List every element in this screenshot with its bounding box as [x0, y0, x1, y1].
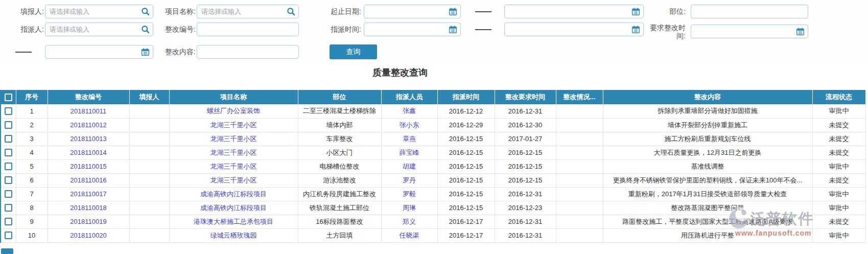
cell-content: 用压路机进行平整 [603, 228, 812, 242]
cell-status: 未提交 [812, 118, 865, 132]
code-link[interactable]: 2018110015 [70, 163, 106, 170]
row-checkbox[interactable] [5, 135, 12, 143]
reporter-input[interactable] [45, 5, 153, 18]
table-row: 102018110020绿城云栖玫瑰园土方回填任晓渠2016-12-172016… [1, 228, 865, 242]
cell-required-date: 2016-12-31 [495, 228, 556, 242]
location-input[interactable] [691, 5, 808, 18]
row-checkbox[interactable] [5, 176, 12, 184]
code-link[interactable]: 2018110016 [70, 176, 106, 184]
project-link[interactable]: 龙湖三千里小区 [210, 135, 257, 143]
search-icon[interactable] [141, 7, 150, 16]
rectification-table: 序号 整改编号 填报人 项目名称 部位 指派人员 指派时间 整改要求时间 整改情… [0, 90, 866, 243]
project-link[interactable]: 绿城云栖玫瑰园 [210, 232, 257, 239]
assignee-link[interactable]: 胡建 [403, 163, 416, 170]
assignee-link[interactable]: 张鑫 [403, 107, 416, 114]
table-row: 32018110013龙湖三千里小区车库整改章燕2016-12-152017-0… [1, 132, 865, 146]
assignee-link[interactable]: 张小东 [400, 121, 419, 129]
table-body: 12018110011螺丝厂办公室装饰二至三楼混凝土楼梯拆除张鑫2016-12-… [1, 104, 865, 242]
cell-assignee: 张小东 [381, 118, 437, 132]
project-link[interactable]: 龙湖三千里小区 [210, 121, 257, 129]
date-range-from-input[interactable] [364, 5, 461, 18]
calendar-icon[interactable] [631, 7, 640, 16]
table-row: 42018110014龙湖三千里小区小区大门薛宝峰2016-12-152016-… [1, 146, 865, 159]
row-checkbox[interactable] [5, 204, 12, 212]
row-checkbox[interactable] [5, 218, 12, 225]
assignee-link[interactable]: 章燕 [403, 135, 416, 143]
row-checkbox[interactable] [5, 232, 12, 239]
range-dash [475, 11, 491, 12]
calendar-icon[interactable] [631, 25, 640, 34]
cell-required-date: 2016-12-30 [495, 118, 556, 132]
col-content: 整改内容 [603, 90, 812, 104]
table-row: 82018110018成渝高铁内江标段项目铁轨混凝土施工部位周琳2016-12-… [1, 201, 865, 215]
col-required-date: 整改要求时间 [495, 90, 556, 104]
row-checkbox[interactable] [5, 149, 12, 156]
search-icon[interactable] [141, 25, 150, 34]
project-name-input[interactable] [197, 5, 299, 18]
code-link[interactable]: 2018110011 [71, 107, 106, 115]
search-button[interactable]: 查询 [330, 44, 377, 59]
rectify-content-input[interactable] [197, 45, 299, 59]
cell-reporter [129, 104, 169, 118]
cell-location: 电梯槽位整改 [298, 159, 381, 173]
assignee-link[interactable]: 薛宝峰 [400, 149, 419, 156]
assignee-link[interactable]: 周琳 [403, 204, 416, 212]
select-all-checkbox[interactable] [5, 94, 12, 101]
cell-project: 成渝高铁内江标段项目 [169, 201, 298, 215]
assignee-link[interactable]: 郑义 [403, 218, 416, 225]
cell-seq: 4 [16, 146, 48, 159]
cell-status: 未提交 [812, 146, 865, 159]
cell-project: 绿城云栖玫瑰园 [169, 228, 298, 242]
assign-time-from-input[interactable] [364, 22, 461, 36]
rectify-no-input[interactable] [197, 22, 299, 36]
project-link[interactable]: 龙湖三千里小区 [210, 149, 257, 156]
code-link[interactable]: 2018110013 [70, 135, 106, 143]
assignee-link[interactable]: 罗丹 [403, 176, 416, 184]
cell-assignee: 胡建 [381, 159, 437, 173]
partial-bottom-left-element[interactable] [1, 248, 13, 254]
date-range-to-input[interactable] [504, 5, 644, 18]
required-time-input[interactable] [691, 25, 808, 38]
row-checkbox[interactable] [5, 190, 12, 198]
col-assignee: 指派人员 [381, 90, 437, 104]
cell-location: 土方回填 [298, 228, 381, 242]
code-link[interactable]: 2018110014 [70, 149, 106, 156]
row-checkbox[interactable] [5, 121, 12, 129]
project-link[interactable]: 螺丝厂办公室装饰 [207, 107, 260, 114]
calendar-icon[interactable] [141, 48, 150, 56]
project-link[interactable]: 成渝高铁内江标段项目 [200, 190, 267, 198]
code-link[interactable]: 2018110020 [70, 232, 106, 239]
cell-situation [556, 132, 603, 146]
project-link[interactable]: 成渝高铁内江标段项目 [200, 204, 267, 212]
project-link[interactable]: 龙湖三千里小区 [210, 163, 257, 170]
assigner-input[interactable] [45, 22, 153, 36]
cell-seq: 3 [16, 132, 48, 146]
extra-date-input[interactable] [45, 45, 153, 59]
project-link[interactable]: 港珠澳大桥施工总承包项目 [194, 218, 273, 225]
col-seq: 序号 [16, 90, 48, 104]
code-link[interactable]: 2018110018 [70, 204, 106, 212]
assignee-link[interactable]: 任晓渠 [400, 232, 419, 239]
calendar-icon[interactable] [449, 25, 457, 34]
filter-form: 填报人: 项目名称: 起止日期: 部位: 指派人: 整改编号: 指派时间: [0, 0, 868, 65]
cell-assignee: 章燕 [381, 132, 437, 146]
calendar-icon[interactable] [449, 7, 457, 16]
code-link[interactable]: 2018110019 [70, 218, 106, 225]
row-checkbox[interactable] [5, 107, 12, 115]
code-link[interactable]: 2018110017 [70, 190, 106, 198]
cell-project: 港珠澳大桥施工总承包项目 [169, 215, 298, 228]
project-name-label: 项目名称: [151, 5, 196, 18]
code-link[interactable]: 2018110012 [70, 121, 106, 129]
row-select-cell [1, 132, 16, 146]
calendar-icon[interactable] [796, 27, 805, 36]
row-select-cell [1, 146, 16, 159]
cell-assign-date: 2016-12-15 [437, 159, 495, 173]
row-checkbox[interactable] [5, 163, 12, 170]
cell-project: 龙湖三千里小区 [169, 118, 298, 132]
assignee-link[interactable]: 罗毅 [403, 190, 416, 198]
search-icon[interactable] [287, 7, 295, 16]
project-link[interactable]: 龙湖三千里小区 [210, 176, 257, 184]
assign-time-to-input[interactable] [504, 22, 644, 36]
table-row: 12018110011螺丝厂办公室装饰二至三楼混凝土楼梯拆除张鑫2016-12-… [1, 104, 865, 118]
cell-assign-date: 2016-12-15 [437, 132, 495, 146]
